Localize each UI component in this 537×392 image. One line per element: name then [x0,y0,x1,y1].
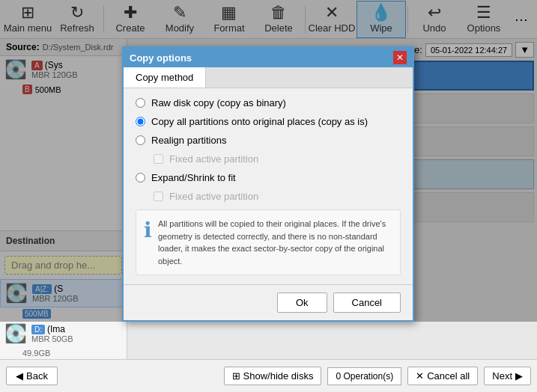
checkbox-fixed-active-2-input [154,192,163,201]
radio-raw[interactable]: Raw disk copy (copy as binary) [136,97,401,108]
radio-realign[interactable]: Realign partitions [136,135,401,146]
copy-options-modal: Copy options ✕ Copy method Raw disk copy… [122,46,414,322]
radio-raw-input[interactable] [136,98,145,108]
cancel-all-icon: ✕ [416,370,424,382]
modal-close-button[interactable]: ✕ [393,51,407,64]
modal-footer: Ok Cancel [124,284,413,320]
checkbox-fixed-active-2-label: Fixed active partition [169,191,258,202]
radio-raw-label: Raw disk copy (copy as binary) [151,97,286,108]
dest2-partition-size: 49.9GB [22,349,50,358]
next-label: Next [492,370,512,382]
destination-disk-2[interactable]: 💽 D: (Ima MBR 50GB [0,320,127,347]
cancel-all-button[interactable]: ✕ Cancel all [407,367,478,385]
info-icon: ℹ [144,218,152,267]
operations-count: 0 Operation(s) [327,367,401,385]
radio-expand[interactable]: Expand/Shrink to fit [136,172,401,183]
radio-realign-input[interactable] [136,135,145,145]
show-hide-icon: ⊞ [232,370,240,382]
radio-expand-label: Expand/Shrink to fit [151,172,236,183]
ok-button[interactable]: Ok [277,293,327,313]
radio-expand-input[interactable] [136,173,145,183]
cancel-button[interactable]: Cancel [333,293,401,313]
radio-copy-all-label: Copy all partitions onto original places… [151,116,368,127]
dest-disk-2-badge: D: [31,325,45,334]
info-text: All partitions will be copied to their o… [158,218,392,267]
dest2-partition-row: 49.9GB [0,347,127,359]
show-hide-label: Show/hide disks [243,370,314,382]
modal-title: Copy options [130,52,192,64]
bottom-bar: ◀ Back ⊞ Show/hide disks 0 Operation(s) … [0,359,537,392]
dest-disk-2-icon: 💽 [4,323,27,344]
back-arrow-icon: ◀ [16,370,23,382]
checkbox-fixed-active-1-label: Fixed active partition [169,153,258,165]
modal-tab-copy-method[interactable]: Copy method [124,67,206,88]
radio-realign-label: Realign partitions [151,135,226,146]
radio-copy-all[interactable]: Copy all partitions onto original places… [136,116,401,127]
dest-disk-2-name: (Ima [47,324,65,334]
modal-tabs: Copy method [124,67,413,88]
radio-copy-all-input[interactable] [136,117,145,126]
next-button[interactable]: Next ▶ [484,367,531,385]
checkbox-fixed-active-1-input [154,154,163,164]
cancel-all-label: Cancel all [427,370,470,382]
modal-body: Raw disk copy (copy as binary) Copy all … [124,88,413,284]
info-box: ℹ All partitions will be copied to their… [136,209,401,275]
checkbox-fixed-active-1[interactable]: Fixed active partition [154,153,401,165]
checkbox-fixed-active-2[interactable]: Fixed active partition [154,191,401,202]
show-hide-disks-button[interactable]: ⊞ Show/hide disks [224,367,322,385]
next-arrow-icon: ▶ [515,370,523,382]
dest-disk-2-type: MBR [31,334,49,343]
modal-header: Copy options ✕ [124,48,413,67]
dest-disk-2-size: 50GB [52,334,73,343]
back-button[interactable]: ◀ Back [6,367,58,385]
back-label: Back [26,370,48,382]
